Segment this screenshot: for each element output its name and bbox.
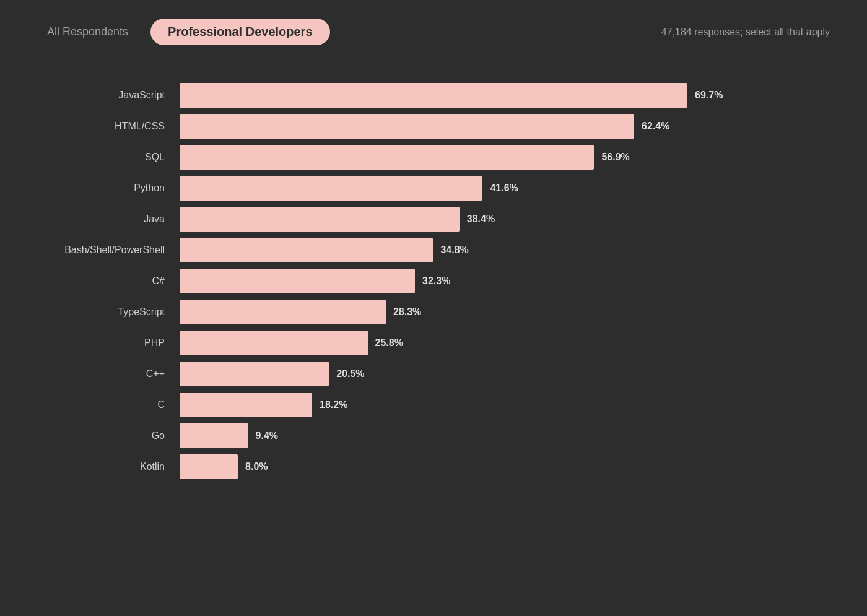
bar-label: C++ (37, 368, 180, 380)
bar-row: C++20.5% (37, 362, 830, 386)
bar-fill (180, 454, 238, 479)
bar-fill (180, 176, 482, 201)
bar-row: Python41.6% (37, 176, 830, 201)
bar-track: 9.4% (180, 423, 830, 448)
bar-fill (180, 423, 248, 448)
bar-percentage: 41.6% (490, 183, 518, 194)
bar-track: 69.7% (180, 83, 830, 108)
bar-percentage: 9.4% (256, 430, 278, 441)
bar-track: 56.9% (180, 145, 830, 170)
bar-percentage: 69.7% (695, 90, 723, 101)
bar-fill (180, 207, 460, 232)
bar-track: 62.4% (180, 114, 830, 139)
header: All Respondents Professional Developers … (0, 0, 867, 58)
bar-label: Bash/Shell/PowerShell (37, 245, 180, 256)
bar-label: JavaScript (37, 90, 180, 101)
bar-label: TypeScript (37, 306, 180, 318)
bar-row: HTML/CSS62.4% (37, 114, 830, 139)
bar-track: 34.8% (180, 238, 830, 262)
tab-professional-developers[interactable]: Professional Developers (150, 19, 329, 45)
bar-row: Bash/Shell/PowerShell34.8% (37, 238, 830, 262)
bar-percentage: 28.3% (393, 306, 421, 318)
bar-fill (180, 362, 329, 386)
tab-all-respondents[interactable]: All Respondents (37, 20, 138, 43)
bar-fill (180, 83, 687, 108)
bar-row: Java38.4% (37, 207, 830, 232)
bar-label: Go (37, 430, 180, 441)
bar-track: 20.5% (180, 362, 830, 386)
bar-row: C18.2% (37, 393, 830, 417)
bar-row: PHP25.8% (37, 331, 830, 355)
tabs: All Respondents Professional Developers (37, 19, 330, 45)
bar-percentage: 18.2% (320, 399, 347, 410)
bar-fill (180, 300, 386, 324)
bar-label: Python (37, 183, 180, 194)
bar-label: HTML/CSS (37, 121, 180, 132)
bar-label: Kotlin (37, 461, 180, 472)
bar-row: SQL56.9% (37, 145, 830, 170)
bar-row: C#32.3% (37, 269, 830, 293)
bar-row: Go9.4% (37, 423, 830, 448)
bar-percentage: 38.4% (467, 214, 495, 225)
bar-percentage: 32.3% (422, 275, 450, 287)
bar-row: TypeScript28.3% (37, 300, 830, 324)
bar-fill (180, 145, 594, 170)
bar-track: 25.8% (180, 331, 830, 355)
bar-track: 32.3% (180, 269, 830, 293)
bar-percentage: 62.4% (642, 121, 669, 132)
bar-fill (180, 238, 433, 262)
bar-label: PHP (37, 337, 180, 349)
bar-label: SQL (37, 152, 180, 163)
responses-info: 47,184 responses; select all that apply (661, 27, 830, 38)
bar-label: C (37, 399, 180, 410)
bar-fill (180, 331, 368, 355)
bar-track: 41.6% (180, 176, 830, 201)
bar-fill (180, 114, 634, 139)
bar-fill (180, 269, 415, 293)
bar-percentage: 20.5% (336, 368, 364, 380)
bar-chart: JavaScript69.7%HTML/CSS62.4%SQL56.9%Pyth… (0, 58, 867, 510)
bar-percentage: 8.0% (245, 461, 268, 472)
bar-track: 18.2% (180, 393, 830, 417)
bar-percentage: 56.9% (601, 152, 629, 163)
bar-percentage: 34.8% (440, 245, 468, 256)
bar-track: 8.0% (180, 454, 830, 479)
bar-row: JavaScript69.7% (37, 83, 830, 108)
bar-track: 38.4% (180, 207, 830, 232)
bar-track: 28.3% (180, 300, 830, 324)
bar-row: Kotlin8.0% (37, 454, 830, 479)
bar-fill (180, 393, 312, 417)
bar-label: Java (37, 214, 180, 225)
bar-percentage: 25.8% (375, 337, 403, 349)
bar-label: C# (37, 275, 180, 287)
